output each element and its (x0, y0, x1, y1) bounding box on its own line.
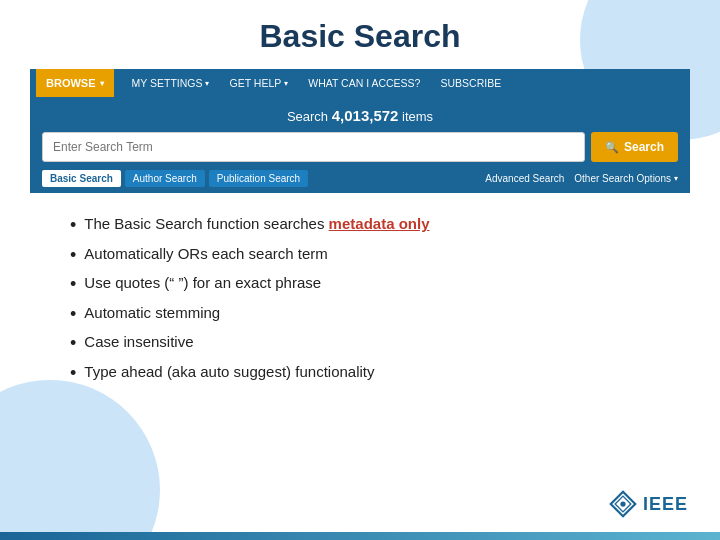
bullet-area: • The Basic Search function searches met… (30, 193, 690, 403)
bullet-dot-3: • (70, 274, 76, 296)
search-tabs-row: Basic Search Author Search Publication S… (42, 170, 678, 193)
bullet-dot-1: • (70, 215, 76, 237)
bullet-text-1: The Basic Search function searches metad… (84, 215, 429, 232)
search-input-row: 🔍 Search (42, 132, 678, 162)
bullet-item-2: • Automatically ORs each search term (70, 245, 670, 267)
bullet-text-4: Automatic stemming (84, 304, 220, 321)
browse-label: BROWSE (46, 77, 96, 89)
nav-bar: BROWSE ▾ MY SETTINGS ▾ GET HELP ▾ WHAT C… (30, 69, 690, 97)
bullet-dot-5: • (70, 333, 76, 355)
nav-item-whatcaniaccess[interactable]: WHAT CAN I ACCESS? (298, 69, 430, 97)
bullet-item-5: • Case insensitive (70, 333, 670, 355)
bullet-dot-4: • (70, 304, 76, 326)
bullet-dot-2: • (70, 245, 76, 267)
bullet-text-6: Type ahead (aka auto suggest) functional… (84, 363, 374, 380)
search-count-prefix: Search (287, 109, 332, 124)
bullet-text-5: Case insensitive (84, 333, 193, 350)
search-button-label: Search (624, 140, 664, 154)
search-input[interactable] (42, 132, 585, 162)
highlight-metadata-only: metadata only (329, 215, 430, 232)
browse-chevron-icon: ▾ (100, 79, 104, 88)
gethelp-chevron-icon: ▾ (284, 79, 288, 88)
bullet-text-2: Automatically ORs each search term (84, 245, 327, 262)
nav-item-gethelp[interactable]: GET HELP ▾ (219, 69, 298, 97)
mysettings-chevron-icon: ▾ (205, 79, 209, 88)
bullet-dot-6: • (70, 363, 76, 385)
nav-items: MY SETTINGS ▾ GET HELP ▾ WHAT CAN I ACCE… (122, 69, 512, 97)
bullet-text-3: Use quotes (“ ”) for an exact phrase (84, 274, 321, 291)
bullet-item-3: • Use quotes (“ ”) for an exact phrase (70, 274, 670, 296)
search-icon: 🔍 (605, 141, 619, 154)
tab-basic-search[interactable]: Basic Search (42, 170, 121, 187)
nav-item-mysettings[interactable]: MY SETTINGS ▾ (122, 69, 220, 97)
search-tabs-right: Advanced Search Other Search Options ▾ (485, 173, 678, 184)
other-search-chevron-icon: ▾ (674, 174, 678, 183)
browse-button[interactable]: BROWSE ▾ (36, 69, 114, 97)
tab-advanced-search[interactable]: Advanced Search (485, 173, 564, 184)
bullet-item-1: • The Basic Search function searches met… (70, 215, 670, 237)
search-area: Search 4,013,572 items 🔍 Search Basic Se… (30, 97, 690, 193)
search-count-line: Search 4,013,572 items (42, 107, 678, 124)
page-content: Basic Search BROWSE ▾ MY SETTINGS ▾ GET … (0, 0, 720, 540)
search-tabs-left: Basic Search Author Search Publication S… (42, 170, 308, 187)
tab-author-search[interactable]: Author Search (125, 170, 205, 187)
search-count-number: 4,013,572 (332, 107, 399, 124)
search-count-suffix: items (398, 109, 433, 124)
bullet-item-6: • Type ahead (aka auto suggest) function… (70, 363, 670, 385)
tab-other-search-options[interactable]: Other Search Options ▾ (574, 173, 678, 184)
nav-item-subscribe[interactable]: SUBSCRIBE (430, 69, 511, 97)
bullet-item-4: • Automatic stemming (70, 304, 670, 326)
page-title: Basic Search (30, 18, 690, 55)
search-button[interactable]: 🔍 Search (591, 132, 678, 162)
tab-publication-search[interactable]: Publication Search (209, 170, 308, 187)
